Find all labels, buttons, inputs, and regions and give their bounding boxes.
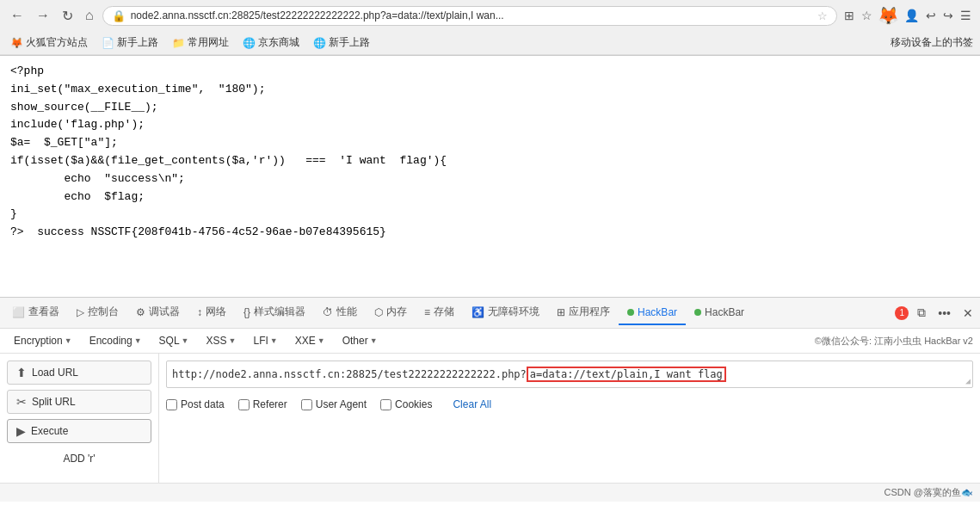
add-button[interactable]: ADD 'r' <box>7 448 151 469</box>
tab-style-editor[interactable]: {} 样式编辑器 <box>235 299 314 326</box>
url-param-highlight: a=data://text/plain,I want flag <box>527 367 726 382</box>
load-url-icon: ⬆ <box>16 366 27 379</box>
bookmark-jd[interactable]: 🌐京东商城 <box>239 34 303 52</box>
ellipsis-icon[interactable]: ••• <box>934 305 954 322</box>
cookies-checkbox[interactable]: Cookies <box>380 398 432 410</box>
user-agent-checkbox[interactable]: User Agent <box>301 398 367 410</box>
hackbar2-dot-icon <box>694 309 701 316</box>
bookmark-huohu[interactable]: 🦊火狐官方站点 <box>7 34 91 52</box>
tab-accessibility[interactable]: ♿ 无障碍环境 <box>463 299 548 326</box>
performance-icon: ⏱ <box>323 306 333 318</box>
xxe-menu[interactable]: XXE ▼ <box>288 332 332 349</box>
code-line-9: } <box>10 206 970 224</box>
encoding-arrow-icon: ▼ <box>134 336 142 345</box>
forward2-icon[interactable]: ↪ <box>941 7 955 24</box>
url-base-text: http://node2.anna.nssctf.cn:28825/test22… <box>172 368 521 380</box>
tab-console[interactable]: ▷ 控制台 <box>68 299 127 326</box>
code-line-3: show_source(__FILE__); <box>10 99 970 117</box>
main-content: <?php ini_set("max_execution_time", "180… <box>0 56 980 297</box>
cookies-input[interactable] <box>380 399 391 410</box>
code-line-2: ini_set("max_execution_time", "180"); <box>10 81 970 99</box>
bookmark-common[interactable]: 📁常用网址 <box>169 34 232 52</box>
sql-menu[interactable]: SQL ▼ <box>152 332 196 349</box>
load-url-button[interactable]: ⬆ Load URL <box>7 361 151 385</box>
tab-performance[interactable]: ⏱ 性能 <box>314 299 366 326</box>
clear-all-button[interactable]: Clear All <box>453 398 491 410</box>
devtools-panel: ⬜ 查看器 ▷ 控制台 ⚙ 调试器 ↕ 网络 {} 样式编辑器 ⏱ 性能 ⬡ 内… <box>0 297 980 502</box>
a11y-icon: ♿ <box>472 306 484 318</box>
forward-button[interactable]: → <box>33 6 53 25</box>
close-devtools-icon[interactable]: ✕ <box>959 305 977 322</box>
tab-hackbar[interactable]: HackBar <box>619 301 686 325</box>
xxe-arrow-icon: ▼ <box>317 336 325 345</box>
xss-menu[interactable]: XSS ▼ <box>200 332 243 349</box>
code-line-8: echo $flag; <box>10 188 970 206</box>
status-bar: CSDN @落寞的鱼🐟 <box>0 483 980 502</box>
split-url-icon: ✂ <box>16 395 27 409</box>
devtools-right-actions: 1 ⧉ ••• ✕ <box>895 304 977 322</box>
bookmark-newbie1[interactable]: 📄新手上路 <box>98 34 162 52</box>
debugger-icon: ⚙ <box>136 306 145 318</box>
code-line-4: include('flag.php'); <box>10 116 970 134</box>
user-agent-input[interactable] <box>301 399 312 410</box>
encoding-menu[interactable]: Encoding ▼ <box>83 332 149 349</box>
mobile-bookmarks[interactable]: 移动设备上的书签 <box>891 35 973 50</box>
browser-nav: ← → ↻ ⌂ 🔒 node2.anna.nssctf.cn:28825/tes… <box>0 0 980 31</box>
tab-application[interactable]: ⊞ 应用程序 <box>548 299 619 326</box>
address-bar[interactable]: 🔒 node2.anna.nssctf.cn:28825/test2222222… <box>102 6 837 26</box>
lfi-menu[interactable]: LFI ▼ <box>246 332 284 349</box>
url-param-sep: ? <box>521 368 527 380</box>
split-url-button[interactable]: ✂ Split URL <box>7 390 151 414</box>
extensions-icon[interactable]: ⊞ <box>842 7 856 24</box>
referer-input[interactable] <box>238 399 250 410</box>
code-line-1: <?php <box>10 63 970 81</box>
bookmarks-bar: 🦊火狐官方站点 📄新手上路 📁常用网址 🌐京东商城 🌐新手上路 移动设备上的书签 <box>0 31 980 55</box>
split-icon[interactable]: ⧉ <box>914 304 929 322</box>
style-icon: {} <box>243 306 250 318</box>
xss-arrow-icon: ▼ <box>229 336 237 345</box>
tab-debugger[interactable]: ⚙ 调试器 <box>127 299 188 326</box>
bookmark-icon[interactable]: ☆ <box>860 7 874 24</box>
hackbar-credit: ©微信公众号: 江南小虫虫 HackBar v2 <box>815 335 973 348</box>
other-arrow-icon: ▼ <box>370 336 378 345</box>
post-data-checkbox[interactable]: Post data <box>166 398 225 410</box>
bookmark-newbie2[interactable]: 🌐新手上路 <box>310 34 373 52</box>
browser-chrome: ← → ↻ ⌂ 🔒 node2.anna.nssctf.cn:28825/tes… <box>0 0 980 56</box>
code-line-6: if(isset($a)&&(file_get_contents($a,'r')… <box>10 152 970 170</box>
resize-handle-icon[interactable]: ◢ <box>965 376 971 385</box>
encryption-arrow-icon: ▼ <box>65 336 72 345</box>
tab-memory[interactable]: ⬡ 内存 <box>366 299 416 326</box>
execute-button[interactable]: ▶ Execute <box>7 419 151 443</box>
code-line-10: ?> success NSSCTF{208f041b-4756-4c52-96a… <box>10 224 970 242</box>
menu-icon[interactable]: ☰ <box>958 7 973 24</box>
back-button[interactable]: ← <box>7 6 28 25</box>
back2-icon[interactable]: ↩ <box>924 7 938 24</box>
console-icon: ▷ <box>77 306 84 318</box>
tab-hackbar2[interactable]: HackBar <box>686 301 753 325</box>
status-text: CSDN @落寞的鱼🐟 <box>884 486 973 499</box>
hackbar-right-panel: http://node2.anna.nssctf.cn:28825/test22… <box>159 354 980 483</box>
url-input-area[interactable]: http://node2.anna.nssctf.cn:28825/test22… <box>166 361 973 388</box>
tab-inspector[interactable]: ⬜ 查看器 <box>3 299 68 326</box>
storage-icon: ≡ <box>424 306 430 318</box>
address-text: node2.anna.nssctf.cn:28825/test222222222… <box>131 9 812 22</box>
error-badge: 1 <box>895 306 909 320</box>
home-button[interactable]: ⌂ <box>82 6 97 25</box>
network-icon: ↕ <box>197 306 202 318</box>
memory-icon: ⬡ <box>374 306 383 318</box>
app-icon: ⊞ <box>557 306 565 318</box>
sql-arrow-icon: ▼ <box>182 336 189 345</box>
profile-icon[interactable]: 👤 <box>903 7 921 24</box>
hackbar-toolbar: Encryption ▼ Encoding ▼ SQL ▼ XSS ▼ LFI … <box>0 329 980 354</box>
inspector-icon: ⬜ <box>12 306 25 318</box>
tab-storage[interactable]: ≡ 存储 <box>416 299 463 326</box>
browser-icons: ⊞ ☆ 🦊 👤 ↩ ↪ ☰ <box>842 5 973 26</box>
referer-checkbox[interactable]: Referer <box>238 398 287 410</box>
encryption-menu[interactable]: Encryption ▼ <box>7 332 79 349</box>
hackbar-dot-icon <box>627 309 634 316</box>
tab-network[interactable]: ↕ 网络 <box>188 299 235 326</box>
post-data-input[interactable] <box>166 399 177 410</box>
refresh-button[interactable]: ↻ <box>59 6 77 26</box>
other-menu[interactable]: Other ▼ <box>336 332 385 349</box>
fox-icon[interactable]: 🦊 <box>878 5 899 26</box>
